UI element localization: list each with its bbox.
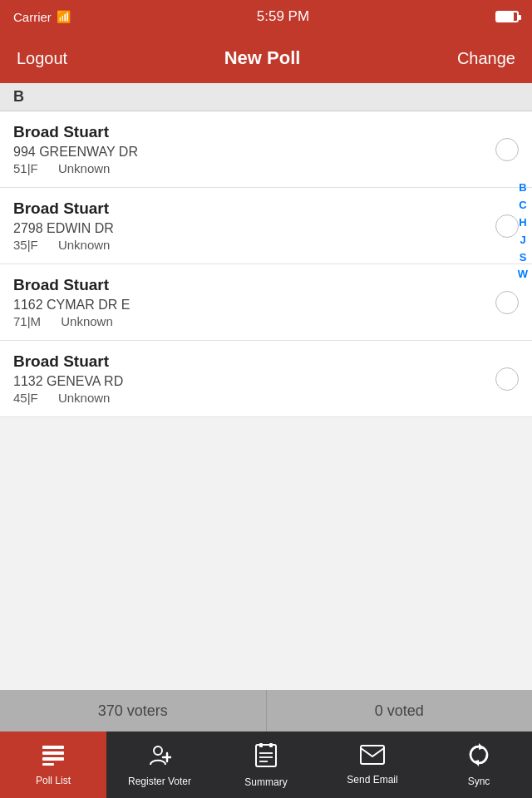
tab-summary[interactable]: Summary	[213, 732, 319, 798]
voter-age-gender: 51|F	[13, 161, 38, 175]
voter-radio[interactable]	[495, 138, 519, 161]
wifi-icon: 📶	[57, 10, 71, 23]
index-letter-w[interactable]: W	[518, 268, 528, 282]
index-letter-c[interactable]: C	[519, 199, 526, 213]
voter-age-gender: 71|M	[13, 314, 41, 328]
voter-meta: 35|F Unknown	[13, 238, 485, 252]
voter-info: Broad Stuart 1132 GENEVA RD 45|F Unknown	[13, 352, 485, 405]
svg-rect-7	[256, 745, 276, 766]
voter-status: Unknown	[58, 238, 111, 252]
voter-list: Broad Stuart 994 GREENWAY DR 51|F Unknow…	[0, 111, 532, 417]
svg-rect-0	[42, 746, 64, 749]
svg-point-4	[154, 746, 162, 755]
svg-rect-1	[42, 751, 64, 755]
register-voter-icon	[148, 743, 171, 772]
status-bar: Carrier 📶 5:59 PM	[0, 0, 532, 33]
index-letter-h[interactable]: H	[519, 216, 526, 230]
time-label: 5:59 PM	[257, 8, 309, 25]
voter-count: 370 voters	[0, 690, 267, 732]
voter-age-gender: 35|F	[13, 238, 38, 252]
voter-age-gender: 45|F	[13, 391, 38, 405]
tab-register-voter[interactable]: Register Voter	[106, 732, 213, 798]
voter-radio[interactable]	[495, 367, 519, 391]
voter-status: Unknown	[61, 314, 113, 328]
index-sidebar: BCHJSW	[514, 175, 532, 288]
voter-address: 994 GREENWAY DR	[13, 145, 485, 160]
tab-sync-label: Sync	[468, 776, 490, 787]
voter-name: Broad Stuart	[13, 276, 485, 294]
voter-item[interactable]: Broad Stuart 2798 EDWIN DR 35|F Unknown	[0, 188, 532, 264]
tab-bar: Poll List Register Voter Summary	[0, 732, 532, 798]
voter-info: Broad Stuart 1162 CYMAR DR E 71|M Unknow…	[13, 276, 485, 328]
tab-poll-list-label: Poll List	[36, 775, 71, 786]
voter-meta: 45|F Unknown	[13, 391, 485, 405]
voter-address: 2798 EDWIN DR	[13, 221, 485, 236]
voter-name: Broad Stuart	[13, 123, 485, 141]
stats-bar: 370 voters 0 voted	[0, 690, 532, 732]
nav-bar: Logout New Poll Change	[0, 33, 532, 83]
summary-icon	[255, 742, 277, 773]
voter-info: Broad Stuart 994 GREENWAY DR 51|F Unknow…	[13, 123, 485, 175]
tab-send-email-label: Send Email	[347, 774, 397, 786]
voter-name: Broad Stuart	[13, 352, 485, 371]
svg-rect-13	[361, 746, 384, 764]
change-button[interactable]: Change	[457, 49, 515, 68]
svg-rect-2	[42, 757, 64, 761]
voter-item[interactable]: Broad Stuart 994 GREENWAY DR 51|F Unknow…	[0, 111, 532, 188]
index-letter-j[interactable]: J	[520, 234, 525, 248]
tab-sync[interactable]: Sync	[426, 732, 532, 798]
voted-count: 0 voted	[267, 690, 533, 732]
poll-list-icon	[41, 744, 66, 771]
sync-icon	[467, 743, 490, 772]
logout-button[interactable]: Logout	[17, 49, 67, 68]
index-letter-b[interactable]: B	[519, 181, 526, 195]
battery-indicator	[495, 11, 519, 22]
battery-icon	[495, 11, 519, 22]
voter-status: Unknown	[58, 391, 111, 405]
send-email-icon	[360, 745, 385, 771]
carrier-label: Carrier	[13, 10, 52, 24]
voter-meta: 51|F Unknown	[13, 161, 485, 175]
voter-item[interactable]: Broad Stuart 1162 CYMAR DR E 71|M Unknow…	[0, 264, 532, 341]
carrier-info: Carrier 📶	[13, 10, 71, 24]
tab-summary-label: Summary	[244, 776, 287, 788]
index-letter-s[interactable]: S	[520, 251, 527, 265]
voter-address: 1132 GENEVA RD	[13, 374, 485, 389]
voter-radio[interactable]	[495, 291, 519, 314]
tab-register-voter-label: Register Voter	[128, 776, 191, 787]
voter-name: Broad Stuart	[13, 200, 485, 218]
svg-rect-8	[259, 743, 263, 747]
voter-info: Broad Stuart 2798 EDWIN DR 35|F Unknown	[13, 200, 485, 252]
voter-status: Unknown	[58, 161, 111, 175]
voter-meta: 71|M Unknown	[13, 314, 485, 328]
tab-poll-list[interactable]: Poll List	[0, 732, 106, 798]
voter-address: 1162 CYMAR DR E	[13, 298, 485, 313]
svg-rect-9	[269, 743, 273, 747]
page-title: New Poll	[224, 47, 301, 69]
tab-send-email[interactable]: Send Email	[319, 732, 426, 798]
voter-item[interactable]: Broad Stuart 1132 GENEVA RD 45|F Unknown	[0, 341, 532, 417]
svg-rect-3	[42, 763, 54, 766]
section-header-b: B	[0, 83, 532, 111]
main-content: B Broad Stuart 994 GREENWAY DR 51|F Unkn…	[0, 83, 532, 690]
